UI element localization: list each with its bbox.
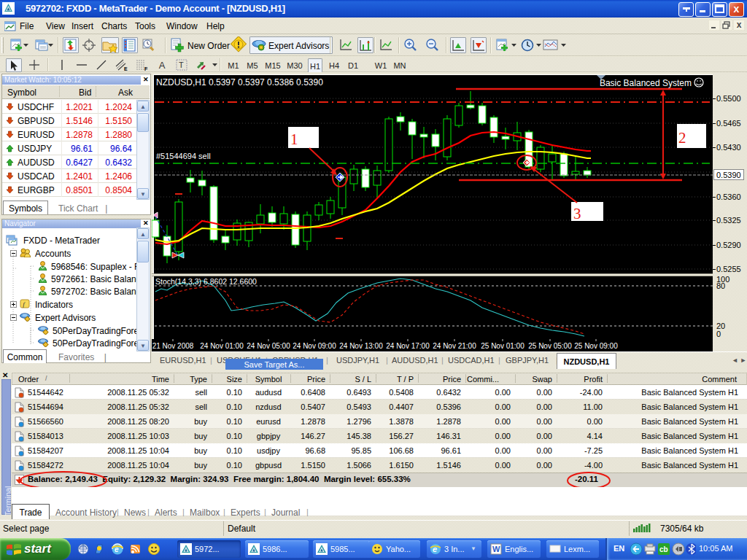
svg-text:NZDUSD,H1 0.5397 0.5397 0.538: NZDUSD,H1 0.5397 0.5397 0.5386 0.5390 <box>156 77 323 88</box>
svg-text:3: 3 <box>573 205 581 222</box>
svg-text:cb: cb <box>659 545 668 553</box>
svg-text:24 Nov 09:00: 24 Nov 09:00 <box>293 342 336 350</box>
svg-text:Stoch(14,3,3) 6.8602 12.6600: Stoch(14,3,3) 6.8602 12.6600 <box>155 277 257 286</box>
svg-text:1: 1 <box>290 131 298 148</box>
svg-text:24 Nov 21:00: 24 Nov 21:00 <box>433 342 476 350</box>
svg-text:F: F <box>144 66 148 71</box>
svg-text:2: 2 <box>678 129 686 147</box>
svg-text:T: T <box>179 61 184 69</box>
svg-text:Basic Balanced System: Basic Balanced System <box>600 78 692 88</box>
svg-text:W: W <box>492 545 500 553</box>
svg-text:24 Nov 01:00: 24 Nov 01:00 <box>200 342 244 350</box>
svg-text:e: e <box>115 545 119 553</box>
svg-text:24 Nov 13:00: 24 Nov 13:00 <box>339 342 383 350</box>
svg-text:#51544694 sell: #51544694 sell <box>156 152 211 160</box>
svg-text:25 Nov 01:00: 25 Nov 01:00 <box>481 342 525 350</box>
svg-text:25 Nov 05:00: 25 Nov 05:00 <box>528 342 572 350</box>
svg-text:E: E <box>124 66 128 71</box>
svg-text:24 Nov 17:00: 24 Nov 17:00 <box>386 342 430 350</box>
svg-text:24 Nov 05:00: 24 Nov 05:00 <box>247 342 290 350</box>
svg-text:25 Nov 09:00: 25 Nov 09:00 <box>574 342 618 350</box>
svg-text:21 Nov 2008: 21 Nov 2008 <box>152 342 194 350</box>
